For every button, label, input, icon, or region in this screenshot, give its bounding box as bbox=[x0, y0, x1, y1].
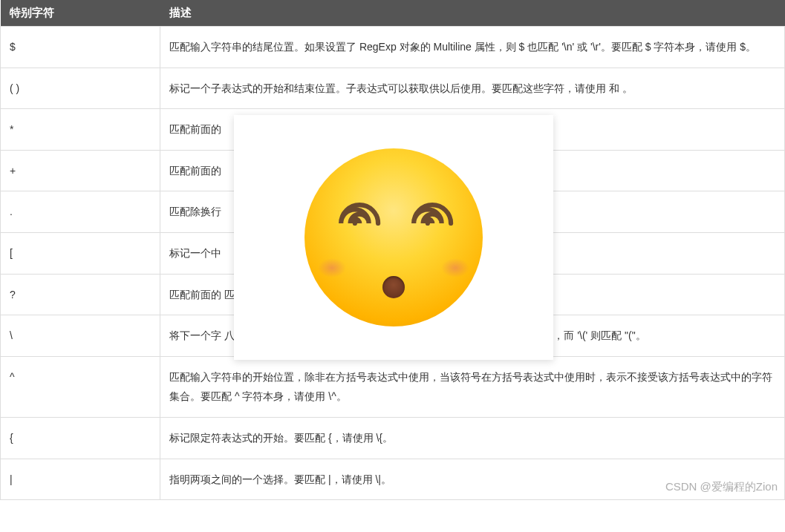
cell-char: * bbox=[1, 109, 160, 151]
cell-char: . bbox=[1, 191, 160, 233]
cell-char: + bbox=[1, 150, 160, 191]
cell-char: ( ) bbox=[1, 68, 160, 109]
cell-desc: 标记一个子表达式的开始和结束位置。子表达式可以获取供以后使用。要匹配这些字符，请… bbox=[160, 68, 785, 109]
table-row: $匹配输入字符串的结尾位置。如果设置了 RegExp 对象的 Multiline… bbox=[1, 27, 785, 68]
cell-desc: 指明两项之间的一个选择。要匹配 |，请使用 \|。 bbox=[160, 459, 785, 500]
table-header-row: 特别字符 描述 bbox=[1, 0, 785, 27]
header-desc: 描述 bbox=[160, 0, 785, 27]
table-row: |指明两项之间的一个选择。要匹配 |，请使用 \|。 bbox=[1, 459, 785, 500]
emoji-overlay bbox=[234, 115, 553, 360]
cell-char: [ bbox=[1, 232, 160, 274]
cell-char: | bbox=[1, 459, 160, 500]
cell-char: ? bbox=[1, 274, 160, 315]
cell-char: { bbox=[1, 417, 160, 459]
cell-char: ^ bbox=[1, 356, 160, 417]
dizzy-face-icon bbox=[304, 148, 483, 326]
header-char: 特别字符 bbox=[1, 0, 160, 27]
cell-char: \ bbox=[1, 315, 160, 357]
table-row: {标记限定符表达式的开始。要匹配 {，请使用 \{。 bbox=[1, 417, 785, 459]
table-row: ( )标记一个子表达式的开始和结束位置。子表达式可以获取供以后使用。要匹配这些字… bbox=[1, 68, 785, 109]
cell-desc: 匹配输入字符串的开始位置，除非在方括号表达式中使用，当该符号在方括号表达式中使用… bbox=[160, 356, 785, 417]
cell-char: $ bbox=[1, 27, 160, 68]
cell-desc: 标记限定符表达式的开始。要匹配 {，请使用 \{。 bbox=[160, 417, 785, 459]
cell-desc: 匹配输入字符串的结尾位置。如果设置了 RegExp 对象的 Multiline … bbox=[160, 27, 785, 68]
table-row: ^匹配输入字符串的开始位置，除非在方括号表达式中使用，当该符号在方括号表达式中使… bbox=[1, 356, 785, 417]
